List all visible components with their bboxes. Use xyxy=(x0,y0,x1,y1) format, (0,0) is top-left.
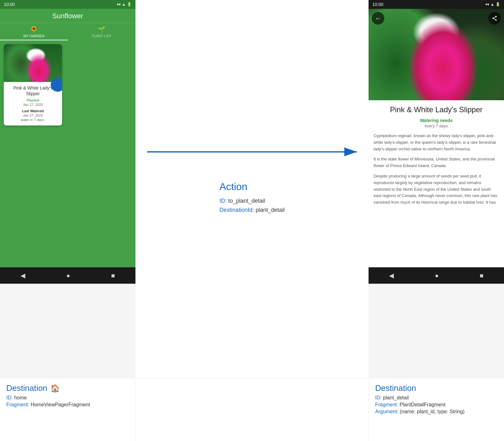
status-bar-right: 10:00 ▾▾ ▲ 🔋 xyxy=(369,0,504,9)
back-button-left[interactable]: ◀ xyxy=(20,272,25,279)
action-id-label: ID: xyxy=(219,198,226,204)
recent-button-right[interactable]: ■ xyxy=(480,272,484,279)
planted-label: Planted xyxy=(7,98,59,102)
tab-my-garden-label: MY GARDEN xyxy=(23,34,44,38)
destination-right: Destination ID: plant_detail Fragment: P… xyxy=(369,378,504,441)
plant-list-icon: 🌱 xyxy=(98,26,106,33)
recent-button-left[interactable]: ■ xyxy=(111,272,115,279)
destination-left-title: Destination 🏠 xyxy=(6,383,129,393)
tab-plant-list-label: PLANT LIST xyxy=(92,34,112,38)
share-button-detail[interactable] xyxy=(488,12,501,25)
last-watered-date: Jan 27, 2020 xyxy=(7,113,59,117)
action-id-value: to_plant_detail xyxy=(228,198,265,204)
destination-left: Destination 🏠 ID: home Fragment: HomeVie… xyxy=(0,378,135,441)
app-title: Sunflower xyxy=(0,12,135,23)
nav-bar-left: ◀ ● ■ xyxy=(0,267,135,284)
action-dest-row: DestinationId: plant_detail xyxy=(219,207,284,213)
nav-bar-right: ◀ ● ■ xyxy=(369,267,504,284)
middle-area: Action ID: to_plant_detail DestinationId… xyxy=(135,0,369,378)
watering-needs-label: Watering needs xyxy=(374,118,499,123)
destination-right-fragment: Fragment: PlantDetailFragment xyxy=(375,402,498,408)
time-right: 10:00 xyxy=(372,2,383,7)
status-bar-left: 10:00 ▾▾ ▲ 🔋 xyxy=(0,0,135,9)
wifi-icon: ▾▾ xyxy=(117,2,121,7)
detail-header-image xyxy=(369,9,504,100)
battery-icon: 🔋 xyxy=(127,2,132,7)
time-left: 10:00 xyxy=(4,2,15,7)
garden-content: Pink & White Lady's Slipper Planted Jan … xyxy=(0,40,135,267)
planted-date: Jan 27, 2020 xyxy=(7,103,59,107)
battery-icon-right: 🔋 xyxy=(495,2,500,7)
bottom-middle xyxy=(135,378,369,441)
destination-right-title: Destination xyxy=(375,383,498,393)
destination-left-id: ID: home xyxy=(6,395,129,401)
back-button-right[interactable]: ◀ xyxy=(389,272,394,279)
home-button-right[interactable]: ● xyxy=(435,272,438,279)
desc-para-1: Cypripedium reginae, known as the showy … xyxy=(374,133,499,152)
action-box: Action ID: to_plant_detail DestinationId… xyxy=(219,181,284,216)
status-icons-left: ▾▾ ▲ 🔋 xyxy=(117,2,132,7)
home-button-left[interactable]: ● xyxy=(66,272,70,279)
plant-card-image xyxy=(4,44,62,82)
wifi-icon-right: ▾▾ xyxy=(485,2,489,7)
detail-description: Cypripedium reginae, known as the showy … xyxy=(374,133,499,206)
app-header: Sunflower 🌻 MY GARDEN 🌱 PLANT LIST xyxy=(0,9,135,40)
detail-content: Pink & White Lady's Slipper Watering nee… xyxy=(369,100,504,267)
watering-needs-value: every 7 days xyxy=(374,124,499,128)
desc-para-3: Despite producing a large amount of seed… xyxy=(374,173,499,206)
destination-left-fragment: Fragment: HomeViewPagerFragment xyxy=(6,402,129,408)
destination-right-id: ID: plant_detail xyxy=(375,395,498,401)
phone-left: 10:00 ▾▾ ▲ 🔋 Sunflower 🌻 MY GARDEN 🌱 PLA… xyxy=(0,0,135,284)
tab-bar: 🌻 MY GARDEN 🌱 PLANT LIST xyxy=(0,23,135,40)
tab-my-garden[interactable]: 🌻 MY GARDEN xyxy=(0,23,68,40)
desc-para-2: It is the state flower of Minnesota, Uni… xyxy=(374,156,499,169)
detail-header: ← xyxy=(369,9,504,100)
share-icon xyxy=(492,15,497,21)
status-icons-right: ▾▾ ▲ 🔋 xyxy=(485,2,500,7)
signal-icon: ▲ xyxy=(122,2,126,7)
detail-plant-name: Pink & White Lady's Slipper xyxy=(374,105,499,114)
garden-icon: 🌻 xyxy=(30,26,38,33)
signal-icon-right: ▲ xyxy=(490,2,494,7)
last-watered-label: Last Watered xyxy=(7,109,59,113)
action-id-row: ID: to_plant_detail xyxy=(219,198,284,204)
action-dest-label: DestinationId: xyxy=(219,207,254,213)
water-days: water in 7 days. xyxy=(7,118,59,122)
home-dest-icon: 🏠 xyxy=(50,384,60,393)
bottom-area: Destination 🏠 ID: home Fragment: HomeVie… xyxy=(0,378,504,441)
destination-right-argument: Argument: (name: plant_id, type: String) xyxy=(375,409,498,415)
action-dest-value: plant_detail xyxy=(256,207,285,213)
plant-card[interactable]: Pink & White Lady's Slipper Planted Jan … xyxy=(4,44,62,125)
tab-plant-list[interactable]: 🌱 PLANT LIST xyxy=(68,23,135,40)
action-title: Action xyxy=(219,181,284,193)
action-circle xyxy=(51,78,62,92)
back-button-detail[interactable]: ← xyxy=(372,12,384,25)
phone-right: 10:00 ▾▾ ▲ 🔋 ← Pink & White Lady's Slipp… xyxy=(369,0,504,284)
